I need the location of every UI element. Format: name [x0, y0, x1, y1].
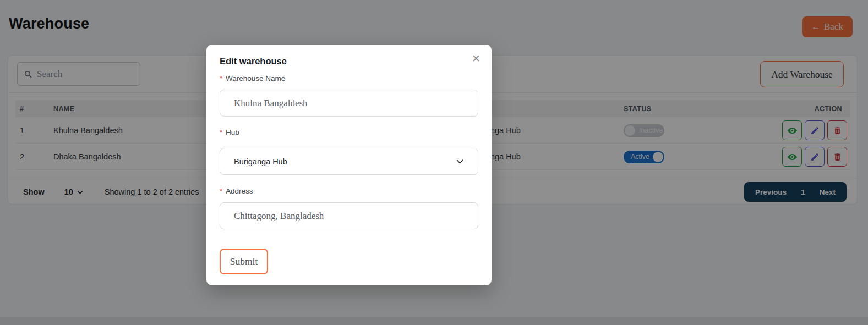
hub-select[interactable]: Buriganga Hub — [220, 148, 478, 175]
chevron-down-icon — [455, 157, 465, 166]
modal-title: Edit warehouse — [220, 56, 287, 67]
required-marker: * — [220, 74, 222, 82]
close-icon[interactable]: ✕ — [472, 52, 481, 65]
required-marker: * — [220, 128, 222, 136]
address-label-text: Address — [226, 187, 253, 195]
address-label: * Address — [220, 187, 253, 195]
warehouse-name-label-text: Warehouse Name — [226, 74, 285, 82]
hub-label-text: Hub — [226, 128, 239, 136]
hub-label: * Hub — [220, 128, 239, 136]
warehouse-name-label: * Warehouse Name — [220, 74, 285, 82]
edit-warehouse-modal: Edit warehouse ✕ * Warehouse Name * Hub … — [206, 45, 492, 285]
address-input[interactable] — [220, 202, 478, 229]
hub-select-value: Buriganga Hub — [234, 157, 287, 166]
submit-button[interactable]: Submit — [220, 249, 268, 274]
warehouse-name-input[interactable] — [220, 90, 478, 117]
required-marker: * — [220, 187, 222, 195]
